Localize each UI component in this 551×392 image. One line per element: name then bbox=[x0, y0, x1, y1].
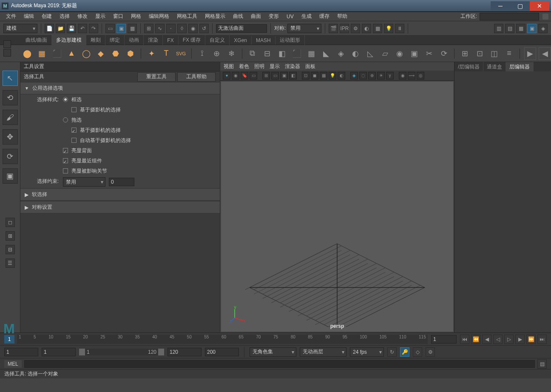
shelf-tab-xgen[interactable]: XGen bbox=[230, 36, 252, 45]
menu-display[interactable]: 显示 bbox=[92, 12, 109, 21]
lock-icon[interactable] bbox=[542, 14, 548, 20]
shelf-tab-motion[interactable]: 运动图形 bbox=[276, 35, 305, 45]
sculpt-icon[interactable]: ◉ bbox=[394, 47, 406, 60]
panel-toggle-5-icon[interactable]: ◈ bbox=[538, 24, 548, 33]
move-tool-button[interactable]: ✥ bbox=[3, 129, 18, 145]
vp-grid-icon[interactable]: ⊞ bbox=[262, 72, 270, 80]
poly-cube-icon[interactable]: ▦ bbox=[36, 47, 48, 60]
tool-help-button[interactable]: 工具帮助 bbox=[177, 72, 216, 82]
snap-curve-icon[interactable]: ∿ bbox=[155, 24, 165, 33]
shelf-tab-rendering[interactable]: 渲染 bbox=[144, 35, 163, 45]
paint-select-button[interactable]: 🖌 bbox=[3, 110, 18, 125]
menu-select[interactable]: 选择 bbox=[56, 12, 73, 21]
menu-help[interactable]: 帮助 bbox=[334, 12, 351, 21]
snap-toggle-icon[interactable]: ↺ bbox=[199, 24, 209, 33]
shelf-menu-icon[interactable] bbox=[3, 40, 11, 48]
vp-xray-icon[interactable]: ◌ bbox=[359, 72, 367, 80]
quadrangulate-icon[interactable]: ▱ bbox=[379, 47, 391, 60]
loop-button[interactable]: ↻ bbox=[387, 347, 397, 357]
menu-generate[interactable]: 生成 bbox=[298, 12, 315, 21]
vp-film-gate-icon[interactable]: ▭ bbox=[271, 72, 279, 80]
layout-outliner-button[interactable]: ☰ bbox=[6, 258, 15, 268]
section-symmetry[interactable]: ▶ 对称设置 bbox=[20, 202, 220, 213]
anim-end-field[interactable]: 200 bbox=[205, 348, 239, 356]
workspace-dropdown[interactable] bbox=[480, 13, 539, 20]
prefs-button[interactable]: ⚙ bbox=[426, 347, 435, 357]
panel-toggle-4-icon[interactable]: ▣ bbox=[527, 24, 537, 33]
shelf-tab-sculpt[interactable]: 雕刻 bbox=[86, 35, 105, 45]
step-back-button[interactable]: ◀ bbox=[482, 335, 491, 344]
vp-wireframe-icon[interactable]: ⊡ bbox=[302, 72, 310, 80]
range-slider[interactable]: 1 120 bbox=[79, 349, 164, 355]
menu-modify[interactable]: 修改 bbox=[74, 12, 91, 21]
section-common-select[interactable]: ▼ 公用选择选项 bbox=[20, 82, 220, 94]
vp-resolution-gate-icon[interactable]: ▣ bbox=[280, 72, 288, 80]
constraint-dropdown[interactable]: 禁用 bbox=[63, 177, 105, 187]
symmetry-dropdown[interactable]: 禁用 bbox=[287, 24, 321, 33]
minimize-button[interactable]: ─ bbox=[491, 1, 510, 11]
fps-dropdown[interactable]: 24 fps bbox=[350, 347, 384, 357]
import-icon[interactable]: ◀ bbox=[539, 47, 551, 60]
command-input[interactable] bbox=[24, 360, 535, 368]
connect-icon[interactable]: ⊡ bbox=[474, 47, 486, 60]
go-end-button[interactable]: ⏭ bbox=[537, 335, 547, 344]
constraint-value-field[interactable]: 0 bbox=[109, 178, 134, 186]
triangulate-icon[interactable]: ◺ bbox=[364, 47, 377, 60]
render-icon[interactable]: 🎬 bbox=[329, 24, 338, 33]
auto-key-button[interactable]: 🔑 bbox=[400, 347, 409, 357]
vp-menu-shading[interactable]: 着色 bbox=[239, 63, 249, 70]
ipr-icon[interactable]: IPR bbox=[340, 24, 349, 33]
vp-camera-select-icon[interactable]: ▾ bbox=[223, 72, 230, 80]
shelf-edit-icon[interactable] bbox=[3, 49, 11, 57]
vp-menu-renderer[interactable]: 渲染器 bbox=[285, 63, 300, 70]
poly-disc-icon[interactable]: ⬣ bbox=[110, 47, 122, 60]
panel-toggle-2-icon[interactable]: ▤ bbox=[505, 24, 514, 33]
anim-start-field[interactable]: 1 bbox=[4, 348, 38, 356]
section-soft-select[interactable]: ▶ 软选择 bbox=[20, 189, 220, 201]
lasso-tool-button[interactable]: ⟲ bbox=[3, 90, 18, 105]
new-scene-icon[interactable]: 📄 bbox=[45, 24, 54, 33]
menu-mesh-tools[interactable]: 网格工具 bbox=[173, 12, 201, 21]
shelf-tab-fx-cache[interactable]: FX 缓存 bbox=[179, 35, 206, 45]
step-forward-key-button[interactable]: ⏩ bbox=[526, 335, 536, 344]
close-button[interactable]: ✕ bbox=[530, 1, 549, 11]
combine-icon[interactable]: ⧉ bbox=[247, 47, 259, 60]
shelf-tab-animation[interactable]: 动画 bbox=[125, 35, 144, 45]
vp-menu-view[interactable]: 视图 bbox=[224, 63, 234, 70]
panel-toggle-3-icon[interactable]: ▦ bbox=[516, 24, 525, 33]
mirror-icon[interactable]: ◈ bbox=[335, 47, 347, 60]
menu-window[interactable]: 窗口 bbox=[110, 12, 127, 21]
tab-layer-editor[interactable]: 层编辑器 bbox=[506, 62, 534, 71]
script-editor-button[interactable]: ▤ bbox=[537, 359, 547, 369]
anim-layer-dropdown[interactable]: 无动画层 bbox=[300, 347, 347, 357]
rotate-tool-button[interactable]: ⟳ bbox=[3, 149, 18, 164]
shelf-tab-mash[interactable]: MASH bbox=[252, 36, 276, 45]
separate-icon[interactable]: ⊟ bbox=[261, 47, 273, 60]
insert-edge-icon[interactable]: ⊞ bbox=[459, 47, 471, 60]
hypershade-icon[interactable]: ◐ bbox=[362, 24, 371, 33]
drag-radio[interactable] bbox=[63, 117, 68, 122]
panel-toggle-1-icon[interactable]: ▥ bbox=[494, 24, 503, 33]
camera-based2-checkbox[interactable] bbox=[71, 128, 77, 133]
target-weld-icon[interactable]: ⟳ bbox=[438, 47, 450, 60]
multicut-icon[interactable]: ✂ bbox=[423, 47, 435, 60]
poly-sphere-icon[interactable]: ⬤ bbox=[21, 47, 34, 60]
select-mask-icon[interactable]: ▦ bbox=[128, 24, 137, 33]
snap-live-icon[interactable]: ◉ bbox=[188, 24, 198, 33]
open-scene-icon[interactable]: 📁 bbox=[56, 24, 65, 33]
play-forward-button[interactable]: ▷ bbox=[504, 335, 514, 344]
highlight-affected-checkbox[interactable] bbox=[63, 168, 68, 173]
vp-xray-joints-icon[interactable]: ⊕ bbox=[368, 72, 376, 80]
menu-curves[interactable]: 曲线 bbox=[230, 12, 247, 21]
menu-mesh-display[interactable]: 网格显示 bbox=[202, 12, 229, 21]
set-key-button[interactable]: ◇ bbox=[413, 347, 422, 357]
vp-motion-blur-icon[interactable]: ⟿ bbox=[408, 72, 415, 80]
highlight-backface-checkbox[interactable] bbox=[63, 148, 68, 153]
light-editor-icon[interactable]: 💡 bbox=[384, 24, 393, 33]
vp-exposure-icon[interactable]: ☀ bbox=[377, 72, 385, 80]
vp-gamma-icon[interactable]: γ bbox=[386, 72, 394, 80]
time-ruler[interactable]: 1 5 10 15 20 25 30 35 40 45 50 55 60 65 … bbox=[17, 335, 428, 344]
range-thumb-end[interactable] bbox=[158, 349, 164, 355]
play-back-button[interactable]: ◁ bbox=[493, 335, 503, 344]
snap-together-icon[interactable]: ⟟ bbox=[196, 47, 208, 60]
